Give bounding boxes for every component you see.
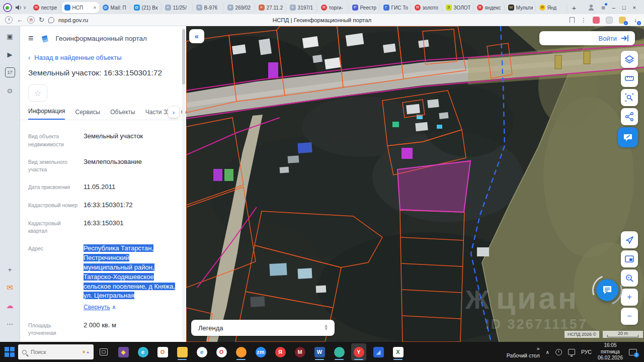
camera-icon[interactable]: ⊙ [5, 85, 15, 96]
notifications-icon[interactable] [629, 349, 637, 355]
satellite-map[interactable] [186, 26, 644, 342]
search-on-map-button[interactable] [621, 269, 638, 287]
taskbar-app-excel[interactable]: X [390, 343, 406, 360]
tabs-panel-icon[interactable]: ▣ [5, 31, 15, 41]
taskbar-app-photos[interactable]: ◢ [371, 343, 386, 360]
selected-parcel-highlight[interactable] [397, 161, 470, 212]
layers-button[interactable] [621, 51, 638, 68]
taskbar-app-word[interactable]: W [312, 343, 327, 360]
browser-tab[interactable]: ЯЯнд [537, 2, 567, 13]
collapse-address-link[interactable]: Свернуть ∧ [84, 303, 178, 312]
alarm-tray-icon[interactable] [555, 349, 562, 355]
collapse-panel-button[interactable]: « [189, 29, 204, 43]
browser-tab[interactable]: ≡27.11.2 [256, 2, 286, 13]
taskbar-app-ie[interactable]: e [194, 343, 209, 360]
map-area[interactable]: Жциан ID 326711157 « Войти + − Легенда ∧… [186, 26, 644, 342]
draw-tool-button-active[interactable] [618, 127, 638, 147]
select-objects-button[interactable] [621, 89, 638, 106]
tab-parcel-parts[interactable]: Части ЗУ [145, 109, 171, 120]
favorite-star-button[interactable]: ☆ [28, 84, 47, 102]
overview-map-button[interactable] [621, 250, 638, 267]
browser-tab[interactable]: ГГИС То [381, 2, 411, 13]
chevron-down-icon[interactable]: ∨ [23, 5, 27, 10]
taskbar-app-zoom[interactable]: zm [253, 343, 268, 360]
browser-logo-icon[interactable] [3, 3, 12, 12]
browser-tab[interactable]: @Mail: П [100, 2, 130, 13]
browser-tab[interactable]: @(21) Вх [131, 2, 162, 13]
taskbar-app-explorer[interactable] [175, 343, 190, 360]
login-button[interactable]: Войти [539, 31, 635, 45]
more-icon[interactable]: ⋯ [5, 319, 15, 329]
taskbar-app-yandex[interactable]: Я [273, 343, 288, 360]
extension-icon[interactable] [593, 17, 600, 24]
browser-tab[interactable]: Япестре [31, 2, 61, 13]
task-view-icon[interactable] [100, 348, 108, 355]
taskbar-app-teal[interactable] [332, 343, 347, 360]
desktop-peek[interactable]: » Рабочий стол [507, 345, 540, 359]
browser-tab[interactable]: РРеестр [350, 2, 380, 13]
taskbar-app-firefox[interactable] [233, 343, 249, 360]
browser-tab[interactable]: Язолото [412, 2, 442, 13]
taskbar-app-outlook[interactable]: O [155, 343, 170, 360]
taskbar-app-yandex-browser[interactable]: Y [351, 343, 366, 360]
tab-services[interactable]: Сервисы [75, 109, 100, 120]
back-to-results-link[interactable]: ‹ Назад в найденные объекты [20, 47, 186, 61]
maximize-button[interactable]: □ [622, 5, 626, 11]
taskbar-app-edge[interactable]: e [135, 343, 150, 360]
copilot-sparkle-icon[interactable]: ✦✦ [82, 349, 90, 355]
browser-tab[interactable]: ≡3197/1 [287, 2, 317, 13]
add-icon[interactable]: + [5, 264, 15, 275]
locate-button[interactable] [621, 231, 638, 248]
browser-tab[interactable]: ЗЗОЛОТ [443, 2, 473, 13]
download-icon[interactable]: ↓1 [632, 17, 639, 24]
back-icon[interactable]: ← [17, 16, 23, 24]
taskbar-app-opera[interactable]: O [214, 343, 229, 360]
language-indicator[interactable]: РУС [581, 349, 592, 355]
browser-tab[interactable]: ≡11/25/ [163, 2, 193, 13]
taskbar-app-darkred[interactable]: M [292, 343, 307, 360]
history-icon[interactable] [5, 16, 13, 24]
browser-tab-active[interactable]: НСП× [62, 2, 99, 13]
site-security-icon[interactable] [48, 17, 54, 23]
close-button[interactable]: × [633, 5, 636, 11]
browser-tab[interactable]: ≡В-976 [194, 2, 224, 13]
tray-overflow-icon[interactable]: » [537, 345, 540, 352]
tray-expand-icon[interactable]: ∧ [546, 349, 549, 355]
legend-dropdown[interactable]: Легенда ∧∨ [191, 320, 335, 336]
extension-icon[interactable] [606, 17, 613, 24]
menu-icon[interactable]: ≡ [28, 33, 34, 44]
start-button[interactable] [4, 346, 15, 357]
taskbar-search[interactable]: ✦✦ [18, 344, 94, 359]
cloud-icon[interactable]: ☁ [5, 301, 15, 311]
browser-tab[interactable]: Яторги- [318, 2, 349, 13]
support-chat-button[interactable] [596, 279, 618, 301]
browser-tab[interactable]: Яяндекс [474, 2, 505, 13]
tab-objects[interactable]: Объекты [110, 109, 135, 120]
tabs-scroll-right-button[interactable]: › [168, 107, 179, 118]
display-tray-icon[interactable] [568, 349, 575, 355]
video-icon[interactable]: ▶ [5, 49, 15, 59]
refresh-icon[interactable]: ↻ [39, 16, 44, 24]
browser-tab[interactable]: ММульти [506, 2, 536, 13]
zoom-out-button[interactable]: − [621, 308, 638, 325]
zoom-in-button[interactable]: + [621, 289, 638, 306]
new-tab-button[interactable]: + [568, 4, 581, 12]
share-button[interactable] [621, 108, 638, 125]
tab-close-icon[interactable]: × [93, 5, 96, 11]
calendar-icon[interactable]: 17 [5, 67, 15, 77]
tab-information[interactable]: Информация [28, 108, 65, 120]
browser-tab[interactable]: ≡269/02 [225, 2, 255, 13]
clock[interactable]: 16:05 пятница 06.02.2026 [598, 342, 623, 361]
search-input[interactable] [31, 349, 71, 355]
more-options-icon[interactable]: ⋮ [581, 17, 587, 24]
browser-menu-icon[interactable]: ≡ [601, 4, 605, 12]
bookmark-icon[interactable] [570, 17, 575, 23]
taskbar-app-purple[interactable]: ◆ [116, 343, 131, 360]
mail-icon[interactable]: ✉ [5, 283, 15, 293]
minimize-button[interactable]: – [612, 5, 615, 11]
panel-scrollbar[interactable] [182, 28, 185, 340]
url-text[interactable]: nspd.gov.ru [58, 17, 88, 23]
extension-icon[interactable]: ✓ [619, 17, 626, 24]
speaker-icon[interactable] [15, 5, 22, 11]
yandex-home-icon[interactable]: Я [27, 16, 35, 24]
